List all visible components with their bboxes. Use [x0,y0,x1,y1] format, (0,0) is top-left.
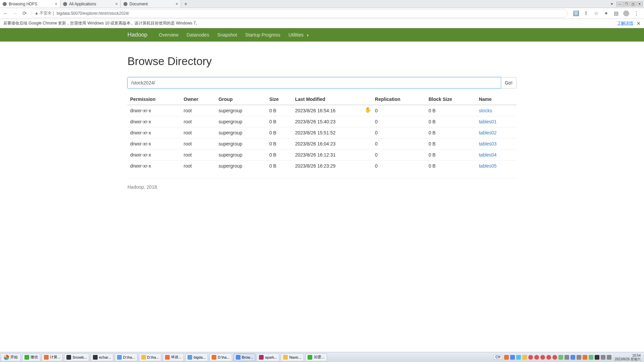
new-tab-button[interactable]: + [181,0,191,8]
infobar-learn-more-link[interactable]: 了解详情 [617,20,633,26]
share-icon[interactable]: ⇪ [583,10,589,16]
cell-mod: 2023/8/26 16:23:29 [292,161,372,172]
column-header: Name [476,94,517,105]
address-bar[interactable]: ▲ 不安全 | bigdata:50070/explorer.html#/sto… [31,9,568,18]
tray-icon[interactable] [534,355,539,360]
directory-link[interactable]: tables02 [479,130,497,135]
browser-tab[interactable]: Document× [121,0,181,8]
start-button[interactable]: 开始 [1,353,21,361]
cell-perm: drwxr-xr-x [127,116,181,127]
directory-link[interactable]: tables03 [479,141,497,146]
tray-icon[interactable] [540,355,545,360]
tray-icon[interactable] [510,355,515,360]
sidepanel-icon[interactable]: ▤ [613,10,619,16]
cell-group: supergroup [216,138,266,149]
cell-name: stocks [476,105,517,116]
tray-icon[interactable] [528,355,533,360]
system-tray: CH 16:54 2023/8/26 星期六 [492,354,644,361]
go-button[interactable]: Go! [501,77,517,88]
nav-startup-progress[interactable]: Startup Progress [241,32,284,38]
nav-utilities[interactable]: Utilities ▼ [284,32,313,38]
minimize-button[interactable]: — [616,2,623,6]
tray-icon[interactable] [589,355,593,360]
browser-tabstrip: Browsing HDFS×All Applications×Document×… [0,0,644,8]
browser-tab[interactable]: All Applications× [60,0,121,8]
browser-tab[interactable]: Browsing HDFS× [0,0,60,8]
directory-link[interactable]: tables05 [479,163,497,169]
tray-icon[interactable] [595,355,599,360]
tab-close-icon[interactable]: × [115,1,118,6]
language-indicator[interactable]: CH [494,355,502,360]
taskbar-item-label: Snowb... [72,355,87,359]
taskbar-item-label: 毕设... [171,355,181,360]
taskbar-item-label: Navic... [289,355,302,359]
maximize2-button[interactable]: ◳ [630,2,636,6]
tab-close-icon[interactable]: × [55,1,57,6]
directory-link[interactable]: tables01 [479,119,497,124]
cell-owner: root [181,161,216,172]
taskbar-item[interactable]: spark... [257,353,279,361]
cell-group: supergroup [216,105,266,116]
close-window-button[interactable]: ✕ [637,2,643,6]
infobar-close-icon[interactable]: ✕ [637,21,641,26]
cell-perm: drwxr-xr-x [127,105,181,116]
chevron-down-icon[interactable]: ▾ [611,1,613,6]
taskbar-item[interactable]: bigda... [185,353,208,361]
nav-snapshot[interactable]: Snapshot [213,32,241,38]
cell-perm: drwxr-xr-x [127,138,181,149]
favicon-icon [123,2,127,6]
taskbar-item[interactable]: D:\ha... [115,353,137,361]
profile-icon[interactable] [623,10,629,16]
taskbar-clock[interactable]: 16:54 2023/8/26 星期六 [613,354,643,361]
taskbar-item[interactable]: 毕设... [163,353,184,361]
taskbar-item[interactable]: echar... [91,353,113,361]
tray-icon[interactable] [522,355,527,360]
tab-close-icon[interactable]: × [175,1,178,6]
app-icon [212,355,216,360]
bookmark-icon[interactable]: ☆ [593,10,599,16]
translate-icon[interactable]: 🈳 [573,10,579,16]
back-icon[interactable]: ← [3,10,9,16]
taskbar-item[interactable]: 微信 [22,353,40,361]
cell-size: 0 B [267,138,292,149]
tray-icon[interactable] [583,355,587,360]
extensions-icon[interactable]: ✦ [603,10,609,16]
column-header: Last Modified [292,94,372,105]
directory-link[interactable]: tables04 [479,152,497,158]
tray-icon[interactable] [571,355,575,360]
nav-datanodes[interactable]: Datanodes [182,32,213,38]
taskbar-item[interactable]: D:\ha... [139,353,161,361]
tray-icon[interactable] [552,355,557,360]
tray-icon[interactable] [504,355,509,360]
hadoop-brand[interactable]: Hadoop [127,32,148,38]
directory-table: PermissionOwnerGroupSizeLast ModifiedRep… [127,94,517,171]
menu-icon[interactable]: ⋮ [633,10,639,16]
reload-icon[interactable]: ⟳ [21,10,28,16]
tray-icon[interactable] [546,355,551,360]
taskbar-item[interactable]: 32度... [305,353,327,361]
forward-icon[interactable]: → [12,10,18,16]
taskbar-item[interactable]: Brow... [233,353,256,361]
directory-link[interactable]: stocks [479,108,492,113]
app-icon [44,355,49,360]
tray-icon[interactable] [565,355,569,360]
maximize-button[interactable]: ❐ [623,2,629,6]
tray-icon[interactable] [558,355,563,360]
page-footer: Hadoop, 2018. [127,184,517,190]
taskbar-item[interactable]: D:\ha... [209,353,232,361]
nav-overview[interactable]: Overview [155,32,182,38]
windows-logo-icon [4,355,9,360]
taskbar-item[interactable]: Snowb... [64,353,89,361]
table-row: drwxr-xr-xrootsupergroup0 B2023/8/26 16:… [127,105,517,116]
tray-icon[interactable] [601,355,605,360]
tray-icon[interactable] [516,355,521,360]
path-input[interactable] [127,77,501,88]
clock-time: 16:54 [615,354,641,357]
taskbar-item[interactable]: Navic... [281,353,304,361]
cell-rep: 0 [372,127,426,138]
cell-perm: drwxr-xr-x [127,127,181,138]
taskbar-item[interactable]: 计算... [42,353,63,361]
tray-icon[interactable] [607,355,611,360]
tray-icon[interactable] [577,355,581,360]
cell-rep: 0 [372,105,426,116]
